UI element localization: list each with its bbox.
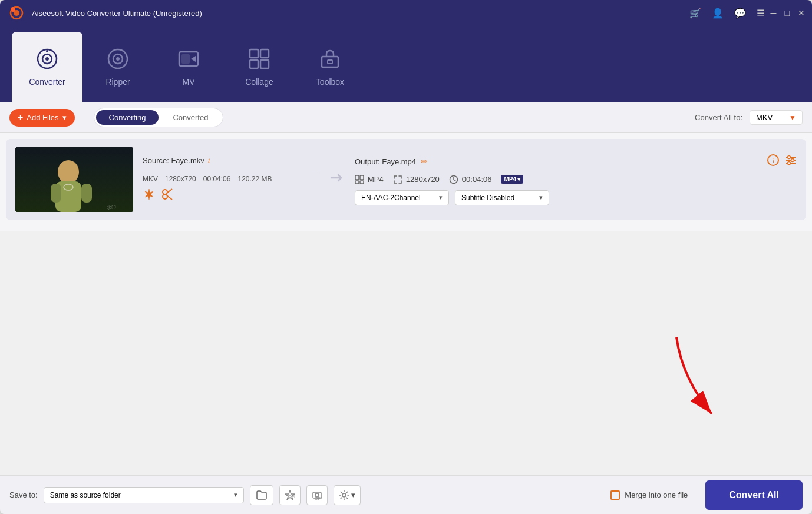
maximize-button[interactable]: □ [785, 8, 790, 18]
mp4-label: MP4 [504, 176, 516, 183]
tab-converter[interactable]: Converter [12, 32, 82, 102]
source-text: Source: Faye.mkv [143, 156, 204, 165]
svg-point-3 [11, 7, 15, 12]
settings-icon[interactable] [785, 154, 797, 169]
toolbox-label: Toolbox [316, 77, 344, 87]
browse-folder-button[interactable] [250, 485, 273, 505]
merge-checkbox[interactable] [610, 490, 620, 500]
menu-icon[interactable]: ☰ [757, 8, 765, 19]
converter-label: Converter [29, 77, 65, 87]
svg-rect-38 [355, 175, 359, 180]
svg-rect-17 [322, 57, 338, 67]
tab-toolbox[interactable]: Toolbox [295, 32, 365, 102]
file-source: Source: Faye.mkv i [143, 155, 319, 165]
output-name: Output: Faye.mp4 ✏ [355, 157, 428, 166]
svg-point-20 [58, 160, 79, 184]
converted-tab[interactable]: Converted [160, 110, 221, 125]
save-path-arrow: ▾ [234, 491, 237, 499]
add-files-arrow: ▾ [62, 113, 67, 122]
svg-point-26 [163, 190, 167, 194]
output-selects: EN-AAC-2Channel ▾ Subtitle Disabled ▾ [355, 190, 797, 205]
title-bar: Aiseesoft Video Converter Ultimate (Unre… [0, 0, 812, 26]
output-format-label: MP4 [368, 175, 384, 184]
svg-rect-40 [355, 181, 359, 184]
svg-point-27 [163, 194, 167, 199]
output-format: MP4 [355, 175, 384, 184]
svg-text:OFF: OFF [315, 496, 322, 500]
toolbar: + Add Files ▾ Converting Converted Conve… [0, 102, 812, 133]
audio-track-select[interactable]: EN-AAC-2Channel ▾ [355, 190, 449, 205]
svg-rect-18 [328, 60, 332, 64]
tab-mv[interactable]: MV [153, 32, 224, 102]
save-path-select[interactable]: Same as source folder ▾ [44, 487, 244, 503]
convert-all-button[interactable]: Convert All [705, 480, 803, 510]
svg-point-48 [342, 493, 346, 497]
svg-point-6 [45, 57, 49, 61]
converting-tabs: Converting Converted [94, 108, 224, 127]
chat-icon[interactable]: 💬 [734, 8, 746, 19]
convert-arrow [329, 170, 345, 190]
format-select[interactable]: MKV ▼ [750, 110, 803, 125]
converting-tab[interactable]: Converting [96, 110, 159, 125]
merge-label: Merge into one file [625, 490, 688, 499]
meta-format: MKV [143, 175, 158, 183]
app-title: Aiseesoft Video Converter Ultimate (Unre… [32, 9, 689, 18]
tab-ripper[interactable]: Ripper [82, 32, 153, 102]
subtitle-select-arrow: ▾ [539, 194, 543, 201]
svg-text:OFF: OFF [288, 494, 295, 499]
app-window: Aiseesoft Video Converter Ultimate (Unre… [0, 0, 812, 514]
output-duration: 00:04:06 [449, 175, 492, 184]
output-label: Output: Faye.mp4 [355, 157, 416, 166]
cut-icon[interactable] [161, 188, 174, 204]
meta-resolution: 1280x720 [165, 175, 196, 183]
ripper-icon [107, 48, 128, 74]
minimize-button[interactable]: ─ [771, 8, 777, 18]
svg-point-10 [116, 57, 120, 61]
edit-output-icon[interactable]: ✏ [421, 157, 428, 166]
file-info: Source: Faye.mkv i MKV 1280x720 00:04:06… [143, 155, 319, 204]
boost-button[interactable]: OFF [279, 485, 301, 505]
cart-icon[interactable]: 🛒 [689, 8, 701, 19]
file-meta: MKV 1280x720 00:04:06 120.22 MB [143, 175, 319, 183]
add-files-label: Add Files [27, 113, 58, 122]
subtitle-select[interactable]: Subtitle Disabled ▾ [455, 190, 549, 205]
red-arrow-indicator [665, 331, 735, 428]
info-icon[interactable]: i [767, 154, 779, 169]
mp4-badge[interactable]: MP4 ▾ [501, 175, 523, 184]
save-path-value: Same as source folder [50, 491, 121, 499]
svg-text:i: i [773, 157, 774, 165]
tab-collage[interactable]: Collage [224, 32, 295, 102]
source-info-icon[interactable]: i [208, 155, 210, 165]
subtitle-label: Subtitle Disabled [461, 194, 514, 202]
selected-format-label: MKV [756, 113, 773, 122]
svg-point-36 [791, 158, 794, 161]
converter-icon [37, 48, 58, 74]
svg-rect-16 [260, 60, 269, 68]
user-icon[interactable]: 👤 [712, 8, 724, 19]
output-controls: i [767, 154, 797, 169]
mp4-arrow: ▾ [517, 176, 520, 183]
merge-checkbox-area: Merge into one file [610, 490, 688, 500]
file-item: 水印 Source: Faye.mkv i MKV 1280x720 00:04… [6, 139, 806, 220]
svg-point-35 [788, 155, 791, 158]
add-files-button[interactable]: + Add Files ▾ [9, 109, 75, 127]
nav-bar: Converter Ripper MV [0, 26, 812, 102]
close-button[interactable]: ✕ [798, 8, 805, 18]
output-resolution: 1280x720 [393, 175, 440, 184]
enhance-icon[interactable] [143, 188, 156, 204]
bottom-bar: Save to: Same as source folder ▾ OFF OFF [0, 475, 812, 514]
file-output: Output: Faye.mp4 ✏ i [355, 154, 797, 205]
hardware-button[interactable]: OFF [306, 485, 328, 505]
title-bar-icons: 🛒 👤 💬 ☰ [689, 8, 765, 19]
settings-arrow: ▾ [351, 490, 355, 499]
main-wrapper: 水印 Source: Faye.mkv i MKV 1280x720 00:04… [0, 133, 812, 475]
svg-rect-15 [250, 60, 258, 68]
settings-gear-button[interactable]: ▾ [334, 485, 361, 505]
svg-rect-41 [360, 181, 364, 184]
ripper-label: Ripper [105, 77, 130, 87]
collage-icon [249, 48, 270, 74]
format-select-arrow: ▼ [789, 114, 796, 122]
svg-rect-12 [181, 54, 190, 64]
output-top: Output: Faye.mp4 ✏ i [355, 154, 797, 169]
svg-rect-22 [51, 184, 61, 203]
